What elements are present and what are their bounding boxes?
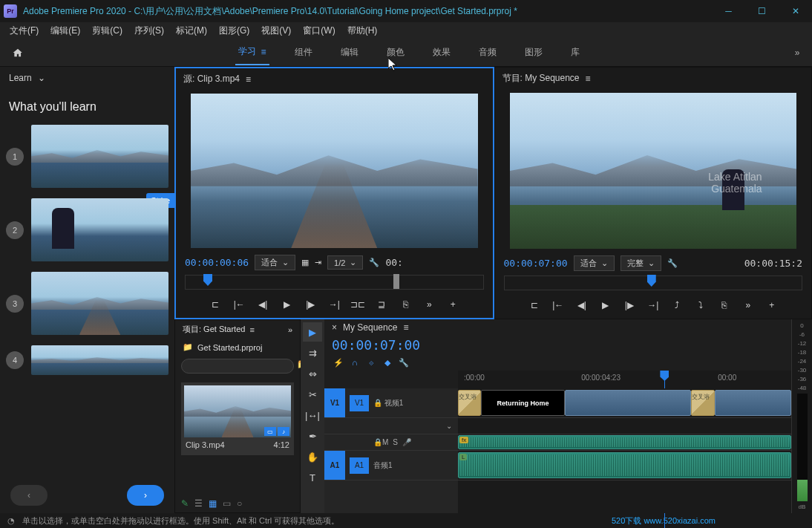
workspace-overflow[interactable]: » bbox=[782, 48, 812, 58]
project-clip[interactable]: ▭♪ Clip 3.mp44:12 bbox=[181, 382, 294, 455]
track-lock-icon[interactable]: 🔒 bbox=[373, 438, 382, 446]
list-view-icon[interactable]: ☰ bbox=[194, 498, 203, 509]
source-ruler[interactable] bbox=[185, 275, 484, 290]
workspace-audio[interactable]: 音频 bbox=[476, 39, 500, 65]
menu-sequence[interactable]: 序列(S) bbox=[128, 23, 170, 39]
transition-clip[interactable]: 交叉溶 bbox=[458, 390, 481, 416]
workspace-editing[interactable]: 编辑 bbox=[338, 39, 361, 65]
timeline-ruler[interactable]: :00:00 00:00:04:23 00:00 bbox=[458, 371, 791, 388]
panel-menu-icon[interactable]: ≡ bbox=[246, 74, 251, 85]
program-ruler[interactable] bbox=[504, 276, 803, 290]
panel-menu-icon[interactable]: ≡ bbox=[403, 322, 408, 333]
extract-button[interactable]: ⤵ bbox=[692, 296, 710, 314]
hand-tool[interactable]: ✋ bbox=[303, 447, 322, 466]
video-clip[interactable] bbox=[565, 390, 692, 416]
panel-menu-icon[interactable]: ≡ bbox=[249, 325, 254, 334]
audio-clip[interactable]: L bbox=[458, 452, 791, 478]
menu-edit[interactable]: 编辑(E) bbox=[45, 23, 86, 39]
insert-icon[interactable]: ⇥ bbox=[315, 258, 321, 267]
step-fwd-button[interactable]: |▶ bbox=[301, 296, 319, 313]
menu-clip[interactable]: 剪辑(C) bbox=[86, 23, 128, 39]
timeline-timecode[interactable]: 00:00:07:00 bbox=[332, 337, 420, 353]
more-button[interactable]: » bbox=[420, 296, 438, 313]
workspace-learn[interactable]: 学习 ≡ bbox=[235, 39, 269, 65]
export-frame-button[interactable]: ⎘ bbox=[396, 296, 414, 313]
slip-tool[interactable]: |↔| bbox=[303, 405, 322, 425]
zoom-slider[interactable]: ○ bbox=[237, 498, 242, 509]
menu-help[interactable]: 帮助(H) bbox=[341, 23, 384, 39]
play-button[interactable]: ▶ bbox=[597, 296, 615, 314]
mark-in-button[interactable]: ⊏ bbox=[525, 296, 543, 314]
home-button[interactable] bbox=[0, 39, 36, 67]
source-tc-in[interactable]: 00:00:00:06 bbox=[185, 257, 249, 268]
menu-graphics[interactable]: 图形(G) bbox=[213, 23, 255, 39]
pen-tool[interactable]: ✒ bbox=[303, 426, 322, 446]
program-video[interactable]: Lake AtitlanGuatemala bbox=[510, 93, 797, 249]
close-button[interactable]: ✕ bbox=[779, 0, 812, 22]
source-tc-out[interactable]: 00: bbox=[385, 257, 402, 268]
go-in-button[interactable]: |← bbox=[549, 296, 567, 314]
track-v1-expand[interactable]: ⌄ bbox=[324, 418, 458, 434]
learn-item-3[interactable]: 3 bbox=[6, 272, 168, 335]
learn-item-4[interactable]: 4 bbox=[6, 345, 168, 375]
more-button[interactable]: » bbox=[739, 296, 757, 314]
project-search-input[interactable] bbox=[181, 359, 294, 374]
freeform-icon[interactable]: ▭ bbox=[223, 498, 231, 509]
learn-next-button[interactable]: › bbox=[127, 485, 164, 506]
overflow-icon[interactable]: » bbox=[288, 325, 292, 334]
learn-prev-button[interactable]: ‹ bbox=[10, 485, 48, 506]
icon-view-icon[interactable]: ▦ bbox=[209, 498, 217, 509]
timeline-content[interactable]: 交叉溶 Returning Home 交叉溶 fx L bbox=[458, 388, 791, 513]
step-back-button[interactable]: ◀| bbox=[573, 296, 591, 314]
overwrite-button[interactable]: ⊒ bbox=[373, 296, 390, 313]
link-icon[interactable]: ⟐ bbox=[364, 356, 378, 369]
learn-item-2[interactable]: 2 bbox=[6, 198, 168, 261]
step-fwd-button[interactable]: |▶ bbox=[621, 296, 638, 314]
track-v1-header[interactable]: V1 V1 🔒 视频1 bbox=[324, 388, 458, 418]
track-a1-controls[interactable]: 🔒 MS🎤 bbox=[324, 434, 458, 451]
video-clip-2[interactable] bbox=[715, 390, 791, 416]
go-in-button[interactable]: |← bbox=[230, 296, 248, 313]
go-out-button[interactable]: →| bbox=[644, 296, 662, 314]
menu-view[interactable]: 视图(V) bbox=[255, 23, 297, 39]
play-button[interactable]: ▶ bbox=[278, 296, 295, 313]
settings-icon[interactable]: 🔧 bbox=[397, 356, 410, 369]
program-quality-dropdown[interactable]: 完整 ⌄ bbox=[621, 255, 661, 271]
audio-clip-upper[interactable]: fx bbox=[458, 435, 791, 449]
snap-icon[interactable]: ⚡ bbox=[332, 356, 345, 369]
track-select-tool[interactable]: ⇉ bbox=[303, 343, 322, 362]
ripple-tool[interactable]: ⇔ bbox=[303, 364, 322, 383]
workspace-color[interactable]: 颜色 bbox=[384, 39, 407, 65]
insert-button[interactable]: ⊐⊏ bbox=[349, 296, 367, 313]
chevron-down-icon[interactable]: ⌄ bbox=[38, 73, 45, 83]
step-back-button[interactable]: ◀| bbox=[254, 296, 272, 313]
maximize-button[interactable]: ☐ bbox=[745, 0, 779, 22]
magnet-icon[interactable]: ∩ bbox=[348, 356, 361, 369]
workspace-graphics[interactable]: 图形 bbox=[522, 39, 546, 65]
program-tc-out[interactable]: 00:00:15:2 bbox=[744, 258, 802, 269]
mic-icon[interactable]: 🎤 bbox=[402, 438, 411, 446]
learn-item-1[interactable]: 1 bbox=[6, 125, 168, 188]
track-lock-icon[interactable]: 🔒 bbox=[373, 399, 382, 407]
menu-window[interactable]: 窗口(W) bbox=[297, 23, 341, 39]
source-fit-dropdown[interactable]: 适合 ⌄ bbox=[255, 255, 295, 270]
program-fit-dropdown[interactable]: 适合 ⌄ bbox=[574, 255, 615, 271]
title-clip[interactable]: Returning Home bbox=[481, 390, 564, 416]
mark-in-button[interactable]: ⊏ bbox=[206, 296, 224, 313]
wrench-icon[interactable]: 🔧 bbox=[369, 258, 379, 267]
panel-menu-icon[interactable]: ≡ bbox=[586, 74, 591, 84]
pencil-icon[interactable]: ✎ bbox=[181, 498, 189, 509]
program-tc-in[interactable]: 00:00:07:00 bbox=[504, 258, 568, 269]
add-button[interactable]: + bbox=[763, 296, 781, 314]
marker-icon[interactable]: ◆ bbox=[381, 356, 394, 369]
wrench-icon[interactable]: 🔧 bbox=[667, 258, 678, 268]
track-a1-header[interactable]: A1 A1 音频1 bbox=[324, 451, 458, 480]
source-res-dropdown[interactable]: 1/2 ⌄ bbox=[327, 255, 363, 270]
source-video[interactable] bbox=[191, 94, 478, 248]
razor-tool[interactable]: ✂ bbox=[303, 385, 322, 404]
close-icon[interactable]: × bbox=[332, 322, 337, 333]
workspace-libraries[interactable]: 库 bbox=[568, 39, 583, 65]
go-out-button[interactable]: →| bbox=[325, 296, 343, 313]
workspace-assembly[interactable]: 组件 bbox=[292, 39, 315, 65]
menu-marker[interactable]: 标记(M) bbox=[170, 23, 213, 39]
